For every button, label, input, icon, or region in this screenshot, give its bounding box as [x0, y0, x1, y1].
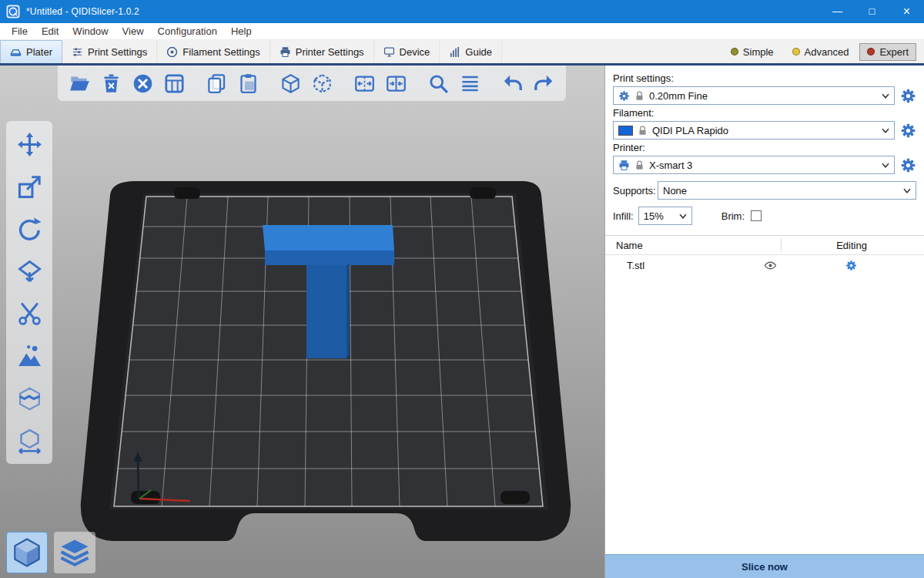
paint-supports-icon — [17, 344, 42, 369]
editor-view-button[interactable] — [6, 532, 48, 573]
guide-icon — [449, 46, 460, 58]
menu-file[interactable]: File — [5, 23, 35, 40]
print-settings-icon — [72, 46, 83, 58]
build-plate-scene — [0, 66, 604, 578]
menu-bar: File Edit Window View Configuration Help — [0, 23, 924, 40]
layers-view-icon — [59, 536, 91, 569]
redo-icon — [534, 73, 554, 94]
print-settings-combo[interactable]: 0.20mm Fine — [613, 86, 895, 105]
trash-icon — [101, 73, 122, 94]
mode-label: Simple — [743, 46, 774, 58]
tab-print-settings[interactable]: Print Settings — [62, 40, 157, 63]
cube-3d-view-icon — [11, 536, 43, 569]
delete-all-button[interactable] — [129, 69, 157, 98]
open-project-button[interactable] — [65, 69, 94, 98]
place-on-face-icon — [17, 259, 42, 284]
search-button[interactable] — [424, 69, 453, 98]
edit-printer-button[interactable] — [900, 157, 916, 173]
mode-simple[interactable]: Simple — [723, 43, 782, 61]
infill-value: 15% — [644, 210, 664, 222]
mode-expert[interactable]: Expert — [859, 43, 916, 61]
folder-open-icon — [69, 73, 90, 94]
slice-now-button[interactable]: Slice now — [605, 554, 924, 578]
viewport-3d[interactable] — [0, 66, 604, 578]
menu-help[interactable]: Help — [224, 23, 259, 40]
view-toggles — [6, 532, 95, 573]
move-icon — [17, 132, 42, 157]
arrange-button[interactable] — [160, 69, 189, 98]
filament-value: QIDI PLA Rapido — [652, 125, 728, 136]
column-header-editing[interactable]: Editing — [813, 240, 890, 251]
printer-combo[interactable]: X-smart 3 — [613, 156, 895, 174]
mode-label: Advanced — [805, 46, 849, 58]
column-divider — [781, 238, 782, 252]
menu-configuration[interactable]: Configuration — [151, 23, 224, 40]
infill-combo[interactable]: 15% — [638, 207, 692, 225]
mode-switcher: Simple Advanced Expert — [723, 40, 924, 63]
maximize-button[interactable]: □ — [855, 0, 889, 23]
supports-label: Supports: — [613, 185, 658, 197]
chevron-down-icon — [882, 93, 889, 99]
close-button[interactable]: × — [889, 0, 924, 23]
tab-label: Plater — [26, 46, 52, 58]
seam-icon — [17, 386, 42, 412]
remove-instance-button[interactable] — [308, 69, 336, 98]
measure-tool-button[interactable] — [12, 425, 46, 456]
copy-button[interactable] — [203, 69, 231, 98]
tab-plater[interactable]: Plater — [0, 40, 62, 63]
object-settings-icon[interactable] — [845, 260, 857, 271]
paste-button[interactable] — [234, 69, 263, 98]
tab-label: Printer Settings — [296, 46, 364, 58]
split-to-objects-icon — [354, 73, 375, 94]
delete-button[interactable] — [97, 69, 126, 98]
mode-advanced[interactable]: Advanced — [785, 43, 857, 61]
top-toolbar — [58, 66, 566, 101]
printer-label: Printer: — [613, 142, 916, 153]
menu-edit[interactable]: Edit — [35, 23, 65, 40]
paint-supports-tool-button[interactable] — [12, 341, 46, 371]
scale-icon — [17, 174, 42, 200]
object-list-header: Name Editing — [605, 236, 924, 255]
minimize-button[interactable]: — — [820, 0, 855, 23]
rotate-tool-button[interactable] — [12, 213, 46, 244]
edit-filament-button[interactable] — [900, 123, 916, 139]
menu-view[interactable]: View — [116, 23, 151, 40]
tab-guide[interactable]: Guide — [440, 40, 502, 63]
split-to-parts-icon — [386, 73, 407, 94]
delete-all-icon — [132, 73, 153, 94]
variable-layer-height-button[interactable] — [456, 69, 484, 98]
brim-checkbox[interactable] — [751, 210, 762, 221]
menu-window[interactable]: Window — [65, 23, 115, 40]
add-instance-button[interactable] — [276, 69, 305, 98]
preview-layers-button[interactable] — [54, 532, 95, 573]
printer-icon — [618, 160, 630, 171]
paste-icon — [238, 73, 259, 94]
chevron-down-icon — [679, 213, 687, 219]
split-to-parts-button[interactable] — [382, 69, 410, 98]
tab-printer-settings[interactable]: Printer Settings — [270, 40, 374, 63]
undo-button[interactable] — [498, 69, 527, 98]
object-row[interactable]: T.stl — [605, 255, 924, 276]
move-tool-button[interactable] — [12, 129, 46, 160]
search-icon — [428, 73, 449, 94]
redo-button[interactable] — [530, 69, 558, 98]
filament-icon — [166, 46, 178, 58]
eye-icon[interactable] — [764, 259, 777, 272]
scale-tool-button[interactable] — [12, 171, 46, 202]
edit-print-settings-button[interactable] — [900, 88, 916, 104]
printer-icon — [280, 46, 291, 58]
filament-label: Filament: — [613, 107, 916, 119]
main-area: Print settings: 0.20mm Fine Filament: QI… — [0, 66, 924, 578]
place-on-face-tool-button[interactable] — [12, 256, 46, 287]
window-title: *Untitled - QIDISlicer-1.0.2 — [26, 6, 139, 17]
split-to-objects-button[interactable] — [350, 69, 379, 98]
cut-tool-button[interactable] — [12, 298, 46, 329]
tab-filament-settings[interactable]: Filament Settings — [157, 40, 270, 63]
supports-combo[interactable]: None — [658, 181, 916, 200]
print-settings-label: Print settings: — [613, 72, 916, 84]
column-header-name[interactable]: Name — [616, 240, 643, 251]
seam-painting-tool-button[interactable] — [12, 383, 46, 414]
filament-combo[interactable]: QIDI PLA Rapido — [613, 121, 895, 139]
tab-device[interactable]: Device — [374, 40, 440, 63]
chevron-down-icon — [882, 128, 889, 133]
